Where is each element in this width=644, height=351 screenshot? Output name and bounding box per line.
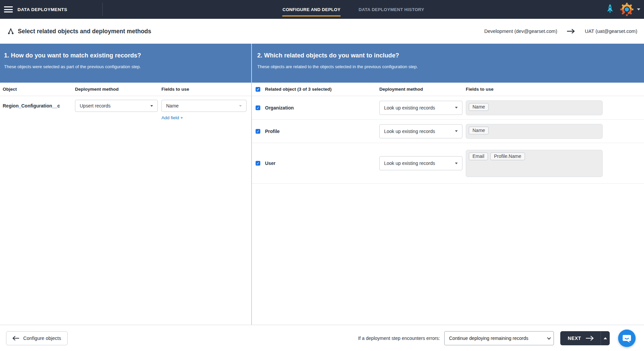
configure-objects-button[interactable]: Configure objects [6, 331, 68, 345]
tab-data-deployment-history[interactable]: DATA DEPLOYMENT HISTORY [358, 0, 424, 19]
col-deployment-method: Deployment method [379, 87, 466, 92]
error-handling-select[interactable]: Continue deploying remaining records [444, 331, 554, 345]
related-object-checkbox[interactable]: ✓ [256, 105, 260, 110]
chevron-down-icon [150, 105, 153, 107]
related-object-row: ✓OrganizationLook up existing recordsNam… [252, 96, 644, 120]
rocket-icon[interactable] [607, 4, 613, 15]
col-fields-to-use: Fields to use [161, 87, 251, 92]
field-tag[interactable]: Email [469, 152, 488, 160]
chat-widget-button[interactable] [618, 330, 636, 347]
object-name: Region_Configuration__c [3, 100, 75, 121]
col-deployment-method: Deployment method [75, 87, 161, 92]
chevron-down-icon [239, 105, 242, 107]
related-objects-branch-icon [7, 28, 14, 35]
related-object-checkbox[interactable]: ✓ [256, 129, 260, 134]
chevron-down-icon [455, 163, 458, 164]
chevron-up-icon [604, 337, 607, 339]
next-button[interactable]: NEXT [560, 331, 610, 345]
panel-related-objects: 2. Which related objects do you want to … [252, 44, 644, 83]
related-object-row: ✓UserLook up existing recordsEmailProfil… [252, 143, 644, 184]
user-avatar-gear-logo[interactable] [620, 3, 634, 16]
tab-configure-and-deploy[interactable]: CONFIGURE AND DEPLOY [282, 0, 340, 19]
env-arrow-icon [567, 29, 575, 34]
match-records-table: Object Deployment method Fields to use R… [0, 83, 252, 325]
field-tag[interactable]: Name [469, 103, 489, 111]
bottom-action-bar: Configure objects If a deployment step e… [0, 325, 644, 351]
panel-2-heading: 2. Which related objects do you want to … [257, 52, 639, 59]
navbar-tabs: CONFIGURE AND DEPLOY DATA DEPLOYMENT HIS… [282, 0, 424, 19]
add-field-link[interactable]: Add field + [161, 115, 183, 120]
target-environment: UAT (uat@gearset.com) [585, 29, 637, 34]
panel-1-subheading: These objects were selected as part of t… [4, 64, 246, 69]
navbar-divider [102, 3, 103, 16]
panel-match-existing-records: 1. How do you want to match existing rec… [0, 44, 252, 83]
deployment-method-dropdown[interactable]: Look up existing records [379, 156, 462, 170]
next-button-split-caret[interactable] [601, 331, 610, 345]
related-object-name: Organization [265, 105, 379, 111]
match-field-select[interactable]: Name [161, 100, 247, 112]
fields-to-use-box[interactable]: EmailProfile.Name [466, 150, 603, 177]
deployment-method-dropdown[interactable]: Upsert records [75, 100, 158, 112]
chevron-down-icon [455, 130, 458, 132]
fields-to-use-box[interactable]: Name [466, 100, 603, 115]
top-navbar: DATA DEPLOYMENTS CONFIGURE AND DEPLOY DA… [0, 0, 644, 19]
field-tag[interactable]: Name [469, 127, 489, 134]
arrow-right-icon [586, 336, 594, 341]
related-object-name: User [265, 161, 379, 166]
related-object-checkbox[interactable]: ✓ [256, 161, 260, 166]
right-table-header: ✓ Related object (3 of 3 selected) Deplo… [252, 83, 644, 96]
hamburger-menu-icon[interactable] [4, 6, 13, 13]
arrow-left-icon [12, 336, 19, 341]
app-title: DATA DEPLOYMENTS [17, 7, 67, 12]
deployment-method-dropdown[interactable]: Look up existing records [379, 101, 462, 115]
page-title: Select related objects and deployment me… [18, 28, 151, 35]
related-object-row: ✓ProfileLook up existing recordsName [252, 120, 644, 143]
page-header: Select related objects and deployment me… [0, 19, 644, 44]
fields-to-use-box[interactable]: Name [466, 124, 603, 139]
table-row: Region_Configuration__c Upsert records N… [0, 96, 251, 121]
source-environment: Development (dev@gearset.com) [484, 29, 557, 34]
account-menu-caret-icon[interactable] [637, 8, 640, 10]
panel-1-heading: 1. How do you want to match existing rec… [4, 52, 246, 59]
col-related-object: Related object (3 of 3 selected) [265, 87, 379, 92]
col-object: Object [3, 87, 75, 92]
field-tag[interactable]: Profile.Name [490, 152, 525, 160]
chevron-down-icon [547, 336, 551, 339]
chevron-down-icon [455, 107, 458, 108]
left-table-header: Object Deployment method Fields to use [0, 83, 251, 96]
select-all-checkbox[interactable]: ✓ [256, 87, 260, 92]
error-handling-label: If a deployment step encounters errors: [358, 336, 440, 341]
col-fields-to-use: Fields to use [466, 87, 644, 92]
panel-2-subheading: These objects are related to the objects… [257, 64, 639, 69]
related-objects-table: ✓ Related object (3 of 3 selected) Deplo… [252, 83, 644, 325]
related-object-name: Profile [265, 129, 379, 134]
deployment-method-dropdown[interactable]: Look up existing records [379, 124, 462, 138]
